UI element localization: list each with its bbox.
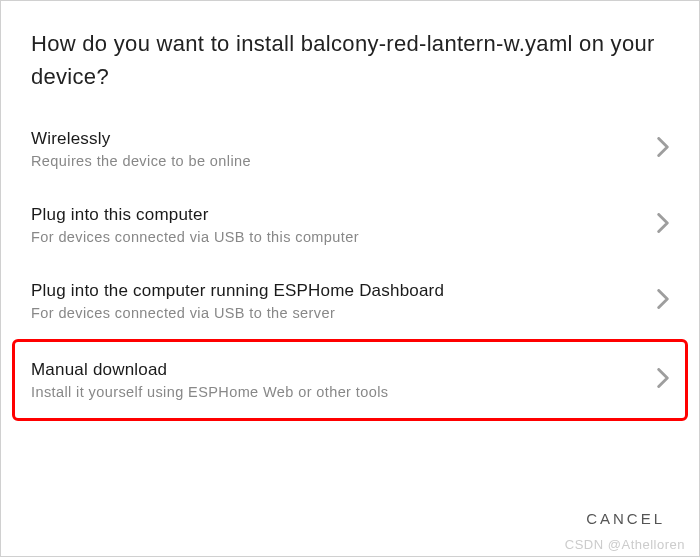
- option-manual-download[interactable]: Manual download Install it yourself usin…: [12, 339, 688, 421]
- option-title: Plug into this computer: [31, 205, 645, 225]
- install-options-list: Wirelessly Requires the device to be onl…: [1, 103, 699, 421]
- option-subtitle: Install it yourself using ESPHome Web or…: [31, 384, 645, 400]
- option-title: Plug into the computer running ESPHome D…: [31, 281, 645, 301]
- chevron-right-icon: [657, 213, 669, 237]
- option-text: Plug into the computer running ESPHome D…: [31, 281, 645, 321]
- chevron-right-icon: [657, 137, 669, 161]
- option-subtitle: For devices connected via USB to the ser…: [31, 305, 645, 321]
- option-wirelessly[interactable]: Wirelessly Requires the device to be onl…: [15, 111, 685, 187]
- option-text: Plug into this computer For devices conn…: [31, 205, 645, 245]
- option-title: Manual download: [31, 360, 645, 380]
- option-plug-this-computer[interactable]: Plug into this computer For devices conn…: [15, 187, 685, 263]
- option-title: Wirelessly: [31, 129, 645, 149]
- option-text: Wirelessly Requires the device to be onl…: [31, 129, 645, 169]
- dialog-footer: CANCEL: [586, 510, 665, 528]
- option-plug-dashboard-computer[interactable]: Plug into the computer running ESPHome D…: [15, 263, 685, 339]
- cancel-button[interactable]: CANCEL: [586, 510, 665, 527]
- option-text: Manual download Install it yourself usin…: [31, 360, 645, 400]
- option-subtitle: Requires the device to be online: [31, 153, 645, 169]
- option-subtitle: For devices connected via USB to this co…: [31, 229, 645, 245]
- dialog-title: How do you want to install balcony-red-l…: [1, 1, 699, 103]
- chevron-right-icon: [657, 289, 669, 313]
- chevron-right-icon: [657, 368, 669, 392]
- watermark: CSDN @Athelloren: [565, 537, 685, 552]
